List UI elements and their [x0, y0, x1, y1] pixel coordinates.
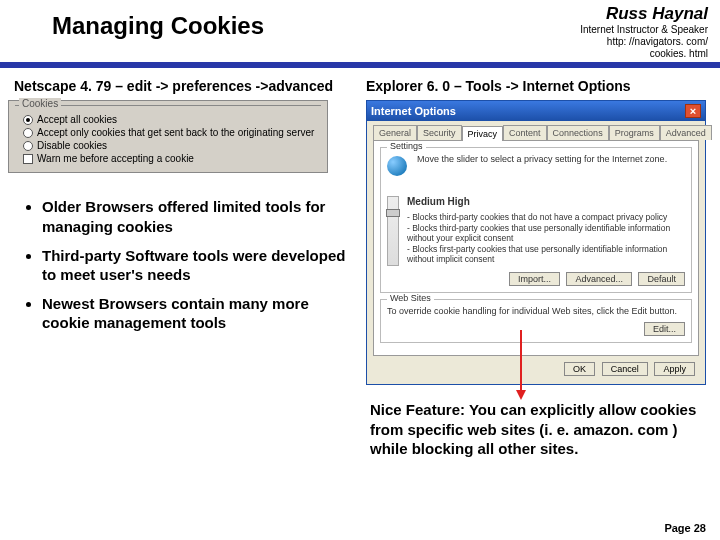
- author-subtitle: Internet Instructor & Speaker: [580, 24, 708, 36]
- ie-tabs: General Security Privacy Content Connect…: [373, 125, 699, 140]
- tab-content[interactable]: Content: [503, 125, 547, 140]
- privacy-desc-2: - Blocks third-party cookies that use pe…: [407, 223, 685, 244]
- bullet-2: Third-party Software tools were develope…: [42, 246, 350, 284]
- privacy-level: Medium High: [407, 196, 685, 209]
- ie-websites-group: Web Sites To override cookie handling fo…: [380, 299, 692, 343]
- slide-title: Managing Cookies: [12, 4, 264, 40]
- ie-window-title: Internet Options: [371, 105, 456, 117]
- bullet-3: Newest Browsers contain many more cookie…: [42, 294, 350, 332]
- tab-programs[interactable]: Programs: [609, 125, 660, 140]
- ok-button[interactable]: OK: [564, 362, 595, 376]
- author-name: Russ Haynal: [580, 4, 708, 24]
- netscape-heading: Netscape 4. 79 – edit -> preferences ->a…: [14, 78, 350, 94]
- tab-security[interactable]: Security: [417, 125, 462, 140]
- privacy-desc-1: - Blocks third-party cookies that do not…: [407, 212, 685, 223]
- ie-settings-label: Settings: [387, 141, 426, 151]
- nice-feature-text: Nice Feature: You can explicitly allow c…: [370, 400, 700, 459]
- radio-icon[interactable]: [23, 141, 33, 151]
- ie-settings-group: Settings Move the slider to select a pri…: [380, 147, 692, 293]
- arrow-annotation: [520, 330, 526, 400]
- tab-connections[interactable]: Connections: [547, 125, 609, 140]
- ie-websites-text: To override cookie handling for individu…: [387, 306, 685, 316]
- bullet-list: Older Browsers offered limited tools for…: [14, 173, 350, 332]
- privacy-desc-3: - Blocks first-party cookies that use pe…: [407, 244, 685, 265]
- ie-titlebar: Internet Options ×: [367, 101, 705, 121]
- privacy-slider[interactable]: [387, 196, 399, 266]
- opt-disable: Disable cookies: [37, 140, 107, 151]
- radio-icon[interactable]: [23, 115, 33, 125]
- edit-button[interactable]: Edit...: [644, 322, 685, 336]
- author-block: Russ Haynal Internet Instructor & Speake…: [580, 4, 708, 60]
- opt-warn: Warn me before accepting a cookie: [37, 153, 194, 164]
- apply-button[interactable]: Apply: [654, 362, 695, 376]
- bullet-1: Older Browsers offered limited tools for…: [42, 197, 350, 235]
- ie-heading: Explorer 6. 0 – Tools -> Internet Option…: [366, 78, 706, 94]
- default-button[interactable]: Default: [638, 272, 685, 286]
- cancel-button[interactable]: Cancel: [602, 362, 648, 376]
- page-number: Page 28: [664, 522, 706, 534]
- close-icon[interactable]: ×: [685, 104, 701, 118]
- import-button[interactable]: Import...: [509, 272, 560, 286]
- tab-general[interactable]: General: [373, 125, 417, 140]
- radio-icon[interactable]: [23, 128, 33, 138]
- advanced-button[interactable]: Advanced...: [566, 272, 632, 286]
- tab-advanced[interactable]: Advanced: [660, 125, 712, 140]
- globe-icon: [387, 156, 407, 176]
- ie-websites-label: Web Sites: [387, 293, 434, 303]
- netscape-panel: Cookies Accept all cookies Accept only c…: [8, 100, 328, 173]
- author-url2: cookies. html: [580, 48, 708, 60]
- opt-accept-origin: Accept only cookies that get sent back t…: [37, 127, 314, 138]
- checkbox-icon[interactable]: [23, 154, 33, 164]
- tab-privacy[interactable]: Privacy: [462, 126, 504, 141]
- ie-options-window: Internet Options × General Security Priv…: [366, 100, 706, 385]
- opt-accept-all: Accept all cookies: [37, 114, 117, 125]
- netscape-group-label: Cookies: [19, 98, 61, 109]
- ie-slider-intro: Move the slider to select a privacy sett…: [417, 154, 667, 176]
- author-url1: http: //navigators. com/: [580, 36, 708, 48]
